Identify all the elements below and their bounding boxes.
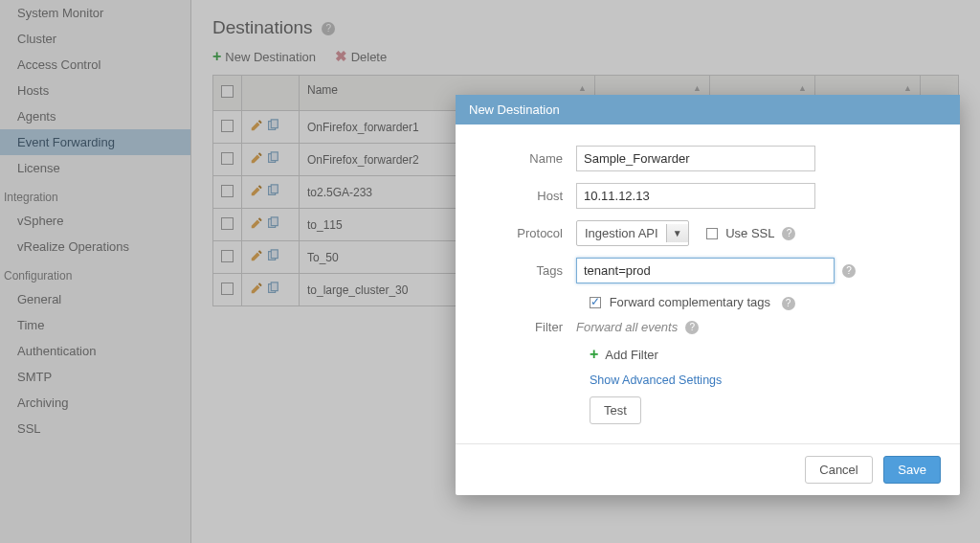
plus-icon: + (590, 346, 598, 362)
modal-title: New Destination (456, 95, 960, 124)
use-ssl-wrap[interactable]: Use SSL (706, 226, 775, 240)
help-icon[interactable]: ? (685, 321, 699, 334)
use-ssl-checkbox[interactable] (706, 228, 718, 239)
advanced-settings-link[interactable]: Show Advanced Settings (590, 373, 722, 387)
help-icon[interactable]: ? (842, 264, 856, 278)
help-icon[interactable]: ? (782, 227, 795, 240)
host-label: Host (480, 189, 576, 203)
tags-label: Tags (480, 263, 576, 278)
protocol-select[interactable]: Ingestion API ▼ (576, 220, 689, 246)
filter-label: Filter (480, 320, 576, 334)
protocol-label: Protocol (480, 226, 576, 240)
forward-complementary-label: Forward complementary tags (610, 295, 770, 309)
test-button[interactable]: Test (590, 396, 641, 424)
add-filter-button[interactable]: + Add Filter (590, 348, 658, 362)
add-filter-label: Add Filter (605, 348, 658, 362)
use-ssl-label: Use SSL (725, 226, 774, 240)
tags-input[interactable] (576, 258, 835, 283)
save-button[interactable]: Save (883, 456, 941, 484)
new-destination-modal: New Destination Name Host Protocol Inges… (456, 95, 960, 495)
name-label: Name (480, 151, 576, 166)
host-input[interactable] (576, 183, 815, 209)
chevron-down-icon: ▼ (666, 224, 688, 242)
help-icon[interactable]: ? (782, 297, 795, 310)
name-input[interactable] (576, 146, 815, 171)
filter-value: Forward all events (576, 320, 678, 334)
protocol-selected: Ingestion API (577, 221, 666, 245)
cancel-button[interactable]: Cancel (805, 456, 872, 484)
forward-complementary-checkbox[interactable] (590, 297, 601, 308)
